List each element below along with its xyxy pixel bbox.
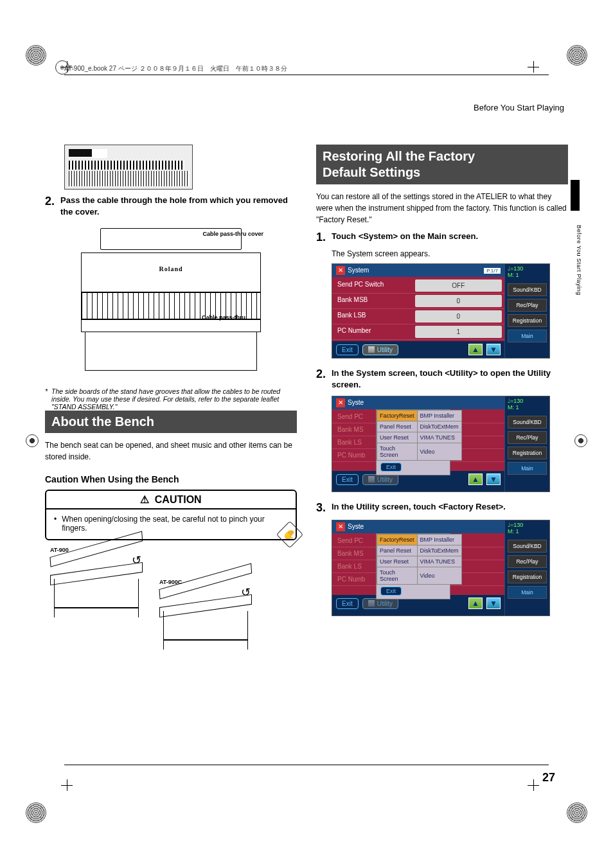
popup-item: BMP Installer <box>417 535 461 545</box>
popup-item: Touch Screen <box>377 443 418 461</box>
down-arrow-icon: ▼ <box>486 344 501 355</box>
pager-label: P.1/7 <box>484 268 501 274</box>
step-number: 1. <box>316 231 332 244</box>
measure-label: M: 1 <box>508 272 547 279</box>
brand-label: Roland <box>159 265 182 272</box>
popup-item: FactoryReset <box>377 411 418 421</box>
step-text: In the Utility screen, touch <Factory Re… <box>332 501 506 515</box>
bench-subheading: Caution When Using the Bench <box>45 474 297 484</box>
step-number: 3. <box>316 501 332 515</box>
crop-ornament <box>567 802 587 823</box>
popup-exit-button: Exit <box>380 587 402 596</box>
step-number: 2. <box>45 195 60 218</box>
bench-intro: The bench seat can be opened, and sheet … <box>45 439 297 463</box>
popup-item: Touch Screen <box>377 567 418 585</box>
popup-item: VIMA TUNES <box>417 556 461 567</box>
crop-ornament <box>26 45 46 66</box>
screen-title: System <box>348 267 369 274</box>
screenshot-utility-1: ✕Syste Send PCBank MSBank LSPC Numb Exit… <box>332 396 550 492</box>
param-label: PC Number <box>332 324 415 339</box>
utility-button: Utility <box>362 598 398 609</box>
side-reg: Registration <box>508 314 547 327</box>
exit-button: Exit <box>336 598 359 609</box>
down-arrow-icon: ▼ <box>486 474 501 485</box>
register-mark-icon <box>528 779 539 791</box>
bench-art-b: ↺ <box>154 588 257 659</box>
footnote: * The side boards of the stand have groo… <box>45 387 297 411</box>
breadcrumb: Before You Start Playing <box>45 103 568 112</box>
side-main: Main <box>508 330 547 342</box>
asterisk: * <box>45 387 48 411</box>
crop-ornament <box>26 802 46 823</box>
bench-art-a: ↺ <box>45 556 148 626</box>
param-value: 0 <box>415 310 502 323</box>
thumb-tab <box>571 180 580 211</box>
restore-title-l1: Restoring All the Factory <box>323 149 475 163</box>
utility-popup: FactoryResetBMP InstallerPanel ResetDisk… <box>376 409 450 475</box>
step-text: Touch <System> on the Main screen. <box>332 231 478 244</box>
step-text: Pass the cable through the hole from whi… <box>60 195 297 218</box>
side-rec: Rec/Play <box>508 299 547 312</box>
popup-item: Video <box>417 567 461 585</box>
register-mark-icon <box>26 434 39 447</box>
param-value: OFF <box>415 279 502 292</box>
popup-item: User Reset <box>377 432 418 443</box>
popup-item: DiskToExtMem <box>417 421 461 432</box>
popup-item: DiskToExtMem <box>417 545 461 556</box>
bullet: • <box>54 515 57 524</box>
param-value: 1 <box>415 326 502 338</box>
exit-button: Exit <box>336 344 359 355</box>
running-header: ⊕ AT-900_e.book 27 ページ ２００８年９月１６日 火曜日 午前… <box>64 64 549 75</box>
register-mark-icon <box>61 779 73 791</box>
popup-exit-button: Exit <box>380 463 402 472</box>
side-sound: Sound/KBD <box>508 283 547 296</box>
restore-intro: You can restore all of the settings stor… <box>316 191 568 226</box>
register-mark-icon <box>574 434 587 447</box>
utility-popup: FactoryResetBMP InstallerPanel ResetDisk… <box>376 533 450 599</box>
param-label: Bank MSB <box>332 294 415 308</box>
section-heading-bench: About the Bench <box>45 411 297 433</box>
callout-label: Cable pass-thru cover <box>202 231 263 237</box>
caution-title: CAUTION <box>155 494 202 505</box>
restore-title-l2: Default Settings <box>323 165 420 179</box>
param-label: Send PC Switch <box>332 278 415 293</box>
popup-item: Video <box>417 443 461 461</box>
popup-item: VIMA TUNES <box>417 432 461 443</box>
param-value: 0 <box>415 295 502 307</box>
page-number: 27 <box>542 771 555 784</box>
screen-title-short: Syste <box>348 399 364 406</box>
warning-icon: ⚠ <box>140 493 149 506</box>
crop-ornament <box>567 45 587 66</box>
exit-button: Exit <box>336 474 359 485</box>
screenshot-system: ✕System P.1/7 Send PC SwitchOFFBank MSB0… <box>332 263 550 359</box>
screenshot-utility-2: ✕Syste Send PCBank MSBank LSPC Numb Exit… <box>332 520 550 616</box>
footnote-text: The side boards of the stand have groove… <box>51 387 297 411</box>
step-subtext: The System screen appears. <box>332 249 568 258</box>
popup-item: Panel Reset <box>377 421 418 432</box>
footer-rule <box>64 765 549 765</box>
register-target-icon: ⊕ <box>55 60 69 75</box>
caution-box: ⚠ CAUTION • When opening/closing the sea… <box>45 490 297 540</box>
section-heading-restore: Restoring All the Factory Default Settin… <box>316 145 568 184</box>
close-icon: ✕ <box>336 522 345 531</box>
up-arrow-icon: ▲ <box>468 344 483 355</box>
param-label: Bank LSB <box>332 309 415 324</box>
close-icon: ✕ <box>336 266 345 275</box>
down-arrow-icon: ▼ <box>486 598 501 609</box>
keyboard-diagram <box>64 145 193 190</box>
close-icon: ✕ <box>336 398 345 407</box>
caution-text: When opening/closing the seat, be carefu… <box>62 515 288 533</box>
side-section-label: Before You Start Playing <box>576 225 582 296</box>
step-text: In the System screen, touch <Utility> to… <box>332 368 568 391</box>
step-number: 2. <box>316 368 332 391</box>
utility-button: Utility <box>362 344 398 355</box>
up-arrow-icon: ▲ <box>468 598 483 609</box>
up-arrow-icon: ▲ <box>468 474 483 485</box>
popup-item: User Reset <box>377 556 418 567</box>
utility-button: Utility <box>362 474 398 485</box>
bench-illustrations: AT-900 ↺ AT-900C ↺ <box>45 547 297 659</box>
piano-diagram: Cable pass-thru cover Roland Cable pass-… <box>75 223 267 384</box>
popup-item: FactoryReset <box>377 535 418 545</box>
header-text: AT-900_e.book 27 ページ ２００８年９月１６日 火曜日 午前１０… <box>64 65 287 72</box>
popup-item: BMP Installer <box>417 411 461 421</box>
